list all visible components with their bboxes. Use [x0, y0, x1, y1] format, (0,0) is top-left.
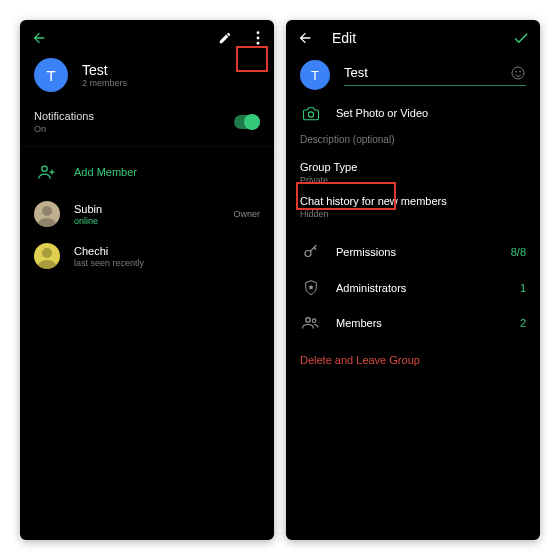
svg-point-6 [512, 67, 524, 79]
edit-pencil-icon[interactable] [216, 29, 234, 47]
group-avatar[interactable]: T [34, 58, 68, 92]
phone-group-info: T Test 2 members Notifications On Add Me… [20, 20, 274, 540]
add-member-icon [34, 159, 60, 185]
member-row[interactable]: Subin online Owner [20, 193, 274, 235]
delete-leave-button[interactable]: Delete and Leave Group [286, 340, 540, 380]
group-type-row[interactable]: Group Type Private [286, 159, 540, 193]
chat-history-value: Hidden [300, 209, 329, 219]
svg-point-10 [305, 251, 311, 257]
group-type-value: Private [300, 175, 328, 185]
member-status: last seen recently [74, 258, 246, 268]
add-member-label: Add Member [74, 166, 137, 178]
member-name: Chechi [74, 245, 246, 257]
svg-point-2 [257, 42, 260, 45]
description-row[interactable]: Description (optional) [286, 130, 540, 159]
group-name-edit-row: T Test [286, 56, 540, 96]
administrators-row[interactable]: Administrators 1 [286, 270, 540, 306]
members-value: 2 [520, 317, 526, 329]
member-status: online [74, 216, 219, 226]
phone-edit-group: Edit T Test Set Photo or Video Descripti… [286, 20, 540, 540]
administrators-label: Administrators [336, 282, 506, 294]
chat-history-row[interactable]: Chat history for new members Hidden [286, 193, 540, 228]
set-photo-row[interactable]: Set Photo or Video [286, 96, 540, 130]
set-photo-label: Set Photo or Video [336, 107, 428, 119]
member-row[interactable]: Chechi last seen recently [20, 235, 274, 277]
edit-title: Edit [332, 30, 356, 46]
member-avatar [34, 201, 60, 227]
members-label: Members [336, 317, 506, 329]
svg-point-8 [519, 70, 521, 72]
more-vert-icon[interactable] [252, 29, 264, 47]
topbar [20, 20, 274, 56]
topbar-edit: Edit [286, 20, 540, 56]
back-arrow-icon[interactable] [296, 29, 314, 47]
shield-icon [300, 279, 322, 297]
member-name: Subin [74, 203, 219, 215]
svg-point-1 [257, 37, 260, 40]
notifications-state: On [34, 124, 94, 134]
camera-icon [300, 105, 322, 121]
svg-point-0 [257, 31, 260, 34]
member-role: Owner [233, 209, 260, 219]
members-row[interactable]: Members 2 [286, 306, 540, 340]
svg-point-7 [515, 70, 517, 72]
confirm-check-icon[interactable] [512, 29, 530, 47]
key-icon [300, 243, 322, 261]
permissions-label: Permissions [336, 246, 497, 258]
member-avatar [34, 243, 60, 269]
notifications-row[interactable]: Notifications On [20, 102, 274, 147]
svg-point-4 [42, 206, 52, 216]
svg-point-9 [308, 112, 313, 117]
description-label: Description (optional) [300, 134, 395, 145]
add-member-row[interactable]: Add Member [20, 147, 274, 193]
back-arrow-icon[interactable] [30, 29, 48, 47]
svg-point-11 [306, 318, 311, 323]
group-type-label: Group Type [300, 161, 357, 173]
emoji-icon[interactable] [510, 65, 526, 81]
notifications-toggle[interactable] [234, 115, 260, 129]
administrators-value: 1 [520, 282, 526, 294]
svg-point-5 [42, 248, 52, 258]
members-icon [300, 315, 322, 331]
group-name: Test [82, 62, 127, 78]
svg-point-12 [312, 319, 316, 323]
group-avatar[interactable]: T [300, 60, 330, 90]
group-member-count: 2 members [82, 78, 127, 88]
group-name-input[interactable]: Test [344, 65, 510, 80]
svg-point-3 [42, 166, 47, 171]
notifications-label: Notifications [34, 110, 94, 122]
permissions-value: 8/8 [511, 246, 526, 258]
permissions-row[interactable]: Permissions 8/8 [286, 234, 540, 270]
group-header: T Test 2 members [20, 56, 274, 102]
chat-history-label: Chat history for new members [300, 195, 447, 207]
